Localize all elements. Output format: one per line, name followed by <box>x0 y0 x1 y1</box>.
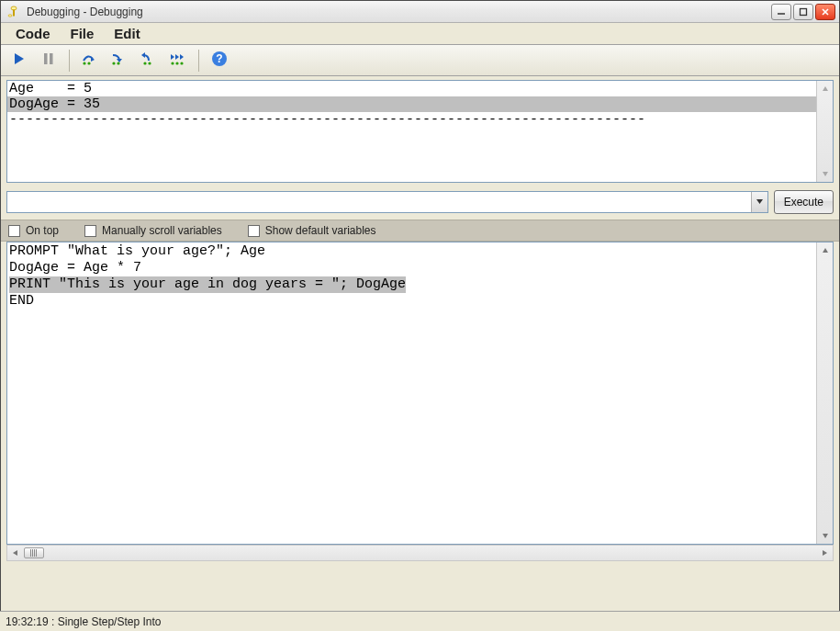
toolbar: ? <box>1 45 839 76</box>
manual-scroll-label: Manually scroll variables <box>102 224 222 237</box>
step-over-button[interactable] <box>77 49 103 73</box>
svg-marker-31 <box>823 534 828 538</box>
svg-marker-29 <box>756 199 763 204</box>
scroll-left-icon[interactable] <box>9 546 22 559</box>
scroll-down-icon[interactable] <box>819 529 832 542</box>
run-to-icon <box>169 51 187 69</box>
svg-rect-1 <box>13 9 15 16</box>
chevron-down-icon <box>756 196 764 208</box>
svg-marker-32 <box>13 550 17 556</box>
checkbox-icon <box>248 225 260 237</box>
svg-marker-27 <box>823 86 828 91</box>
svg-point-2 <box>8 14 12 16</box>
status-bar: 19:32:19 : Single Step/Step Into <box>0 611 840 631</box>
on-top-checkbox[interactable]: On top <box>8 224 59 237</box>
code-view[interactable]: PROMPT "What is your age?"; Age DogAge =… <box>7 242 816 544</box>
run-icon <box>12 51 27 69</box>
svg-point-12 <box>87 62 90 64</box>
svg-point-15 <box>117 62 119 64</box>
app-icon <box>6 5 21 19</box>
svg-marker-33 <box>823 550 827 556</box>
command-combo[interactable] <box>6 191 768 213</box>
menu-edit[interactable]: Edit <box>105 24 149 43</box>
svg-text:?: ? <box>216 52 222 65</box>
svg-point-0 <box>11 6 17 10</box>
svg-marker-28 <box>823 172 828 176</box>
step-over-icon <box>81 51 99 69</box>
horizontal-scrollbar[interactable] <box>6 545 834 561</box>
variable-row: Age = 5 <box>7 81 816 96</box>
step-into-icon <box>110 51 129 69</box>
minimize-button[interactable] <box>771 4 791 20</box>
code-line: PROMPT "What is your age?"; Age <box>9 243 814 260</box>
checkbox-icon <box>84 225 96 237</box>
manual-scroll-checkbox[interactable]: Manually scroll variables <box>84 224 222 237</box>
pause-button[interactable] <box>36 49 62 73</box>
show-defaults-label: Show default variables <box>265 224 376 237</box>
pause-icon <box>41 51 56 69</box>
on-top-label: On top <box>26 224 59 237</box>
svg-marker-7 <box>15 53 24 64</box>
svg-marker-16 <box>141 52 145 58</box>
close-button[interactable] <box>815 4 835 20</box>
svg-rect-4 <box>801 8 807 15</box>
command-row: Execute <box>6 190 834 214</box>
step-out-button[interactable] <box>136 49 162 73</box>
svg-rect-9 <box>50 53 53 64</box>
svg-point-23 <box>175 62 178 64</box>
vertical-scrollbar[interactable] <box>816 242 833 544</box>
svg-point-14 <box>112 62 115 64</box>
svg-point-18 <box>148 62 151 64</box>
status-text: 19:32:19 : Single Step/Step Into <box>6 615 161 628</box>
variables-panel: Age = 5 DogAge = 35 --------------------… <box>6 80 834 183</box>
svg-point-22 <box>171 62 174 64</box>
run-to-cursor-button[interactable] <box>165 49 191 73</box>
scroll-right-icon[interactable] <box>818 546 831 559</box>
menu-file[interactable]: File <box>62 24 104 43</box>
command-dropdown-button[interactable] <box>751 192 767 212</box>
vertical-scrollbar[interactable] <box>816 81 833 182</box>
execute-button[interactable]: Execute <box>774 190 834 214</box>
help-button[interactable]: ? <box>207 49 232 73</box>
window-title: Debugging - Debugging <box>27 6 143 18</box>
code-line: END <box>9 293 34 309</box>
svg-marker-20 <box>175 54 179 60</box>
svg-marker-13 <box>117 59 122 62</box>
help-icon: ? <box>211 51 228 70</box>
scroll-up-icon[interactable] <box>819 244 832 257</box>
code-line-current: PRINT "This is your age in dog years = "… <box>9 276 406 293</box>
svg-point-17 <box>143 62 146 64</box>
title-bar: Debugging - Debugging <box>1 1 839 23</box>
checkbox-icon <box>8 225 20 237</box>
run-button[interactable] <box>6 49 32 73</box>
menu-bar: Code File Edit <box>1 23 839 45</box>
svg-marker-19 <box>171 54 174 60</box>
maximize-button[interactable] <box>793 4 813 20</box>
scrollbar-thumb[interactable] <box>24 547 44 558</box>
svg-point-24 <box>180 62 183 64</box>
variables-list: Age = 5 DogAge = 35 --------------------… <box>7 81 816 182</box>
variable-separator: ----------------------------------------… <box>7 112 816 128</box>
code-line: DogAge = Age * 7 <box>9 260 141 276</box>
window-controls <box>771 4 835 20</box>
svg-point-11 <box>83 62 85 64</box>
svg-rect-8 <box>44 53 48 64</box>
step-out-icon <box>140 51 158 69</box>
toolbar-separator <box>198 50 199 72</box>
step-into-button[interactable] <box>106 49 132 73</box>
toolbar-separator <box>69 50 70 72</box>
svg-marker-21 <box>180 54 184 60</box>
options-bar: On top Manually scroll variables Show de… <box>1 220 839 242</box>
menu-code[interactable]: Code <box>6 24 60 43</box>
scroll-up-icon[interactable] <box>819 83 832 96</box>
variable-row: DogAge = 35 <box>7 96 816 112</box>
code-panel: PROMPT "What is your age?"; Age DogAge =… <box>6 242 834 545</box>
scroll-down-icon[interactable] <box>819 167 832 180</box>
command-input[interactable] <box>7 192 751 212</box>
show-defaults-checkbox[interactable]: Show default variables <box>248 224 376 237</box>
svg-marker-30 <box>823 248 828 253</box>
